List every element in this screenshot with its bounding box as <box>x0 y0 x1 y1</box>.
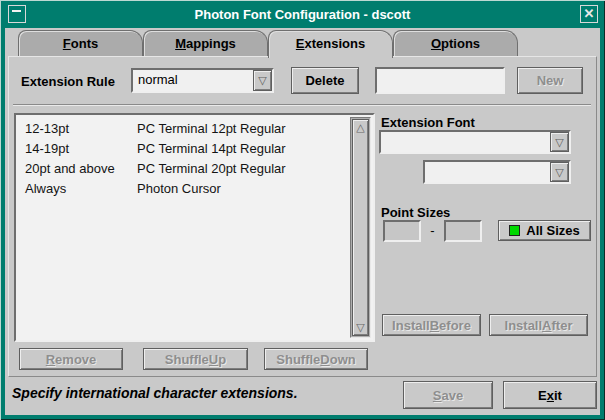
extension-font-style-value <box>425 162 550 182</box>
point-size-to-input[interactable] <box>444 220 482 242</box>
install-before-button[interactable]: Install Before <box>382 314 481 336</box>
list-item[interactable]: 20pt and above PC Terminal 20pt Regular <box>25 158 347 178</box>
extension-font-family-combobox[interactable]: ▽ <box>379 130 571 154</box>
tab-options[interactable]: Options <box>393 30 518 56</box>
exit-button[interactable]: Exit <box>503 381 597 409</box>
window-content: Fonts Mappings Extensions Options Extens… <box>5 28 600 415</box>
install-after-button[interactable]: Install After <box>489 314 588 336</box>
extensions-panel: Extension Rule normal ▽ Delete New 12-13… <box>8 56 597 377</box>
extension-rule-label: Extension Rule <box>21 74 115 89</box>
list-item[interactable]: 14-19pt PC Terminal 14pt Regular <box>25 138 347 158</box>
list-item[interactable]: Always Photon Cursor <box>25 178 347 198</box>
extension-list[interactable]: 12-13pt PC Terminal 12pt Regular 14-19pt… <box>14 113 375 342</box>
extension-font-family-dropdown-button[interactable]: ▽ <box>550 132 569 152</box>
extension-rule-dropdown-button[interactable]: ▽ <box>253 70 272 91</box>
tab-fonts[interactable]: Fonts <box>18 30 143 56</box>
window-menu-button[interactable] <box>8 5 26 23</box>
tab-mappings[interactable]: Mappings <box>143 30 268 56</box>
tab-extensions[interactable]: Extensions <box>268 30 393 58</box>
shuffle-down-button[interactable]: Shuffle Down <box>264 348 368 370</box>
point-size-range-dash: - <box>421 223 444 238</box>
tab-bar: Fonts Mappings Extensions Options <box>18 30 518 57</box>
delete-button[interactable]: Delete <box>291 67 359 94</box>
extension-list-rows: 12-13pt PC Terminal 12pt Regular 14-19pt… <box>16 118 347 340</box>
all-sizes-led-icon <box>509 225 520 236</box>
status-text: Specify international character extensio… <box>12 385 298 401</box>
chevron-down-icon: ▽ <box>555 137 563 148</box>
point-sizes-row: - All Sizes <box>383 219 591 242</box>
extension-rule-combobox[interactable]: normal ▽ <box>131 68 274 93</box>
point-size-from-input[interactable] <box>383 220 421 242</box>
scroll-up-icon[interactable]: △ <box>356 122 364 133</box>
shuffle-up-button[interactable]: Shuffle Up <box>143 348 248 370</box>
all-sizes-toggle[interactable]: All Sizes <box>498 220 591 241</box>
separator <box>13 104 591 106</box>
chevron-down-icon: ▽ <box>555 167 563 178</box>
new-rule-input[interactable] <box>375 67 505 94</box>
scrollbar-thumb[interactable]: △ ▽ <box>352 119 369 336</box>
remove-button[interactable]: Remove <box>19 348 123 370</box>
titlebar[interactable]: Photon Font Configuration - dscott ✕ <box>0 0 605 28</box>
list-item[interactable]: 12-13pt PC Terminal 12pt Regular <box>25 118 347 138</box>
all-sizes-label: All Sizes <box>526 223 579 238</box>
photon-font-configuration-window: Photon Font Configuration - dscott ✕ Fon… <box>0 0 605 420</box>
extension-font-label: Extension Font <box>381 115 475 130</box>
extension-font-family-value <box>381 132 550 152</box>
window-menu-icon <box>12 10 21 12</box>
list-scrollbar[interactable]: △ ▽ <box>350 117 371 338</box>
point-sizes-label: Point Sizes <box>381 205 450 220</box>
chevron-down-icon: ▽ <box>258 75 266 86</box>
save-button[interactable]: Save <box>403 381 493 409</box>
window-title: Photon Font Configuration - dscott <box>195 7 411 22</box>
scroll-down-icon[interactable]: ▽ <box>356 322 364 333</box>
new-button[interactable]: New <box>517 67 583 94</box>
close-icon: ✕ <box>584 6 595 21</box>
close-button[interactable]: ✕ <box>580 5 598 23</box>
extension-font-style-combobox[interactable]: ▽ <box>423 160 571 184</box>
extension-rule-value: normal <box>133 70 253 91</box>
extension-font-style-dropdown-button[interactable]: ▽ <box>550 162 569 182</box>
